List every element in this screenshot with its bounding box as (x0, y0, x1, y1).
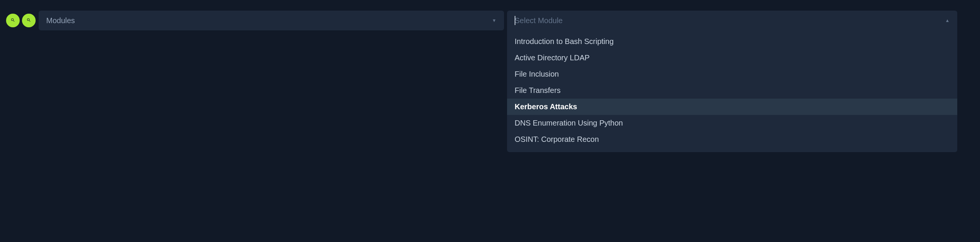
chevron-down-icon: ▼ (492, 18, 496, 23)
modules-dropdown-label: Modules (46, 16, 75, 25)
select-module-input[interactable] (515, 16, 950, 25)
select-module-dropdown: ▲ Introduction to Bash Scripting Active … (507, 11, 957, 152)
module-options-list: Introduction to Bash Scripting Active Di… (507, 30, 957, 152)
text-cursor (515, 16, 515, 25)
select-module-input-wrapper[interactable]: ▲ (507, 11, 957, 30)
modules-dropdown[interactable]: Modules ▼ (39, 11, 504, 30)
module-option[interactable]: DNS Enumeration Using Python (507, 115, 957, 131)
main-container: Modules ▼ ▲ Introduction to Bash Scripti… (0, 11, 980, 152)
icon-button-group (6, 14, 36, 27)
module-option-highlighted[interactable]: Kerberos Attacks (507, 99, 957, 115)
search-icon (27, 18, 31, 24)
module-option[interactable]: File Inclusion (507, 66, 957, 82)
module-option[interactable]: File Transfers (507, 82, 957, 99)
search-icon (11, 18, 15, 24)
chevron-up-icon: ▲ (945, 18, 950, 23)
module-option[interactable]: Active Directory LDAP (507, 50, 957, 66)
search-button-2[interactable] (22, 14, 36, 27)
module-option[interactable]: OSINT: Corporate Recon (507, 131, 957, 148)
module-option[interactable]: Introduction to Bash Scripting (507, 33, 957, 50)
search-button-1[interactable] (6, 14, 20, 27)
